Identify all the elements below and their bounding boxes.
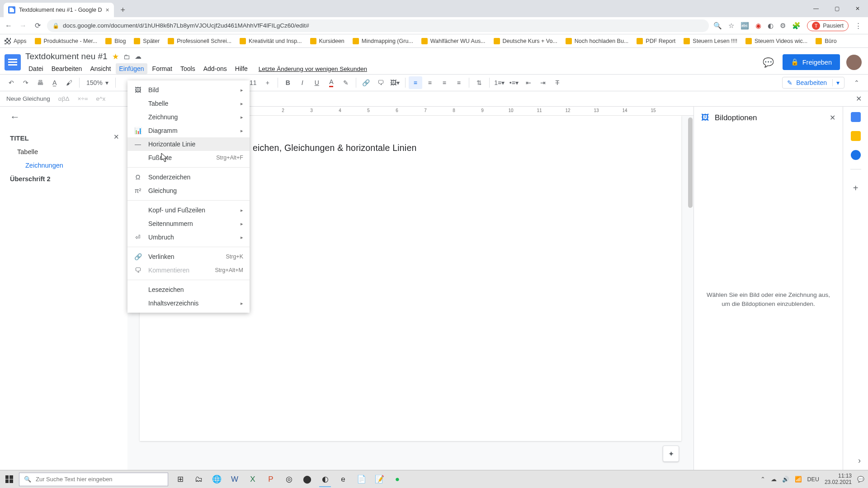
line-spacing-icon[interactable]: ⇅ — [472, 76, 486, 89]
move-icon[interactable]: 🗀 — [123, 53, 130, 61]
italic-icon[interactable]: I — [296, 76, 309, 89]
new-tab-button[interactable]: + — [117, 4, 129, 16]
bookmark-item[interactable]: Wahlfächer WU Aus... — [421, 38, 486, 44]
wifi-icon[interactable]: 📶 — [795, 476, 802, 483]
clear-format-icon[interactable]: T — [551, 76, 564, 89]
bold-icon[interactable]: B — [281, 76, 295, 89]
browser-tab[interactable]: Textdokument neu #1 - Google D × — [4, 3, 114, 17]
last-edit-link[interactable]: Letzte Änderung vor wenigen Sekunden — [255, 64, 370, 74]
hide-rail-icon[interactable]: › — [858, 456, 861, 465]
bookmark-item[interactable]: Später — [134, 38, 160, 44]
star-icon[interactable]: ☆ — [728, 22, 734, 30]
notifications-icon[interactable]: 💬 — [857, 476, 864, 483]
translate-icon[interactable]: 🔤 — [741, 22, 749, 30]
menu-icon[interactable]: ⋮ — [855, 22, 862, 30]
language-indicator[interactable]: DEU — [807, 476, 819, 483]
align-justify-icon[interactable]: ≡ — [452, 76, 466, 89]
document-title[interactable]: Textdokument neu #1 — [25, 52, 108, 61]
zoom-icon[interactable]: 🔍 — [713, 22, 722, 30]
calendar-icon[interactable] — [851, 112, 861, 122]
bookmark-item[interactable]: Blog — [105, 38, 126, 44]
paint-format-icon[interactable]: 🖌 — [62, 76, 76, 89]
exponent-icon[interactable]: e^x — [96, 95, 106, 102]
menu-item-umbruch[interactable]: ⏎Umbruch▸ — [127, 230, 250, 244]
outline-item-tabelle[interactable]: Tabelle — [10, 145, 127, 159]
menu-item-inhaltsverzeichnis[interactable]: Inhaltsverzeichnis▸ — [127, 296, 250, 310]
menu-addons[interactable]: Add-ons — [200, 63, 230, 74]
menu-item-horizontale-linie[interactable]: —Horizontale Linie — [127, 137, 250, 151]
vertical-scrollbar[interactable] — [687, 117, 693, 370]
explorer-icon[interactable]: 🗂 — [191, 472, 206, 487]
zoom-select[interactable]: 150%▾ — [83, 79, 112, 86]
bookmark-item[interactable]: Kreativität und Insp... — [240, 38, 302, 44]
menu-bearbeiten[interactable]: Bearbeiten — [48, 63, 85, 74]
outline-close-icon[interactable]: ✕ — [113, 133, 119, 141]
align-center-icon[interactable]: ≡ — [423, 76, 437, 89]
app-icon[interactable]: ◎ — [281, 472, 297, 487]
tab-close-icon[interactable]: × — [105, 6, 109, 14]
menu-item-verlinken[interactable]: 🔗VerlinkenStrg+K — [127, 250, 250, 263]
volume-icon[interactable]: 🔊 — [782, 476, 789, 483]
menu-tools[interactable]: Tools — [177, 63, 198, 74]
start-button[interactable] — [0, 470, 18, 488]
print-icon[interactable]: 🖶 — [33, 76, 47, 89]
taskbar-search[interactable]: 🔍 Zur Suche Text hier eingeben — [19, 473, 168, 486]
new-equation-button[interactable]: Neue Gleichung — [6, 95, 50, 102]
reload-icon[interactable]: ⟳ — [33, 21, 42, 30]
bookmark-item[interactable]: Noch hochladen Bu... — [566, 38, 629, 44]
spellcheck-icon[interactable]: A̲ — [48, 76, 61, 89]
menu-item-bild[interactable]: 🖼Bild▸ — [127, 83, 250, 97]
chrome-icon[interactable]: ◐ — [317, 472, 333, 487]
apps-button[interactable]: Apps — [5, 38, 27, 44]
edge2-icon[interactable]: e — [335, 472, 351, 487]
outline-item-titel[interactable]: TITEL — [10, 131, 127, 145]
undo-icon[interactable]: ↶ — [5, 76, 18, 89]
link-icon[interactable]: 🔗 — [359, 76, 373, 89]
tray-expand-icon[interactable]: ⌃ — [760, 476, 765, 483]
bookmark-item[interactable]: PDF Report — [637, 38, 675, 44]
numbered-list-icon[interactable]: 1≡▾ — [493, 76, 506, 89]
menu-item-fussnote[interactable]: FußnoteStrg+Alt+F — [127, 151, 250, 164]
keep-icon[interactable] — [851, 131, 861, 141]
docs-logo-icon[interactable] — [5, 54, 21, 70]
star-icon[interactable]: ★ — [112, 52, 119, 61]
outline-item-zeichnungen[interactable]: Zeichnungen — [10, 159, 127, 172]
task-view-icon[interactable]: ⊞ — [173, 472, 188, 487]
menu-ansicht[interactable]: Ansicht — [87, 63, 114, 74]
menu-item-tabelle[interactable]: Tabelle▸ — [127, 97, 250, 110]
bookmark-item[interactable]: Professionell Schrei... — [168, 38, 231, 44]
clock[interactable]: 11:13 23.02.2021 — [825, 473, 852, 486]
add-addon-icon[interactable]: + — [853, 183, 859, 193]
close-panel-icon[interactable]: ✕ — [830, 113, 835, 122]
cloud-status-icon[interactable]: ☁ — [135, 52, 142, 61]
spotify-icon[interactable]: ● — [390, 472, 405, 487]
notepad-icon[interactable]: 📝 — [372, 472, 387, 487]
obs-icon[interactable]: ⬤ — [299, 472, 315, 487]
bulleted-list-icon[interactable]: •≡▾ — [507, 76, 521, 89]
word-icon[interactable]: W — [227, 472, 242, 487]
highlight-icon[interactable]: ✎ — [339, 76, 353, 89]
excel-icon[interactable]: X — [245, 472, 260, 487]
tasks-icon[interactable] — [851, 150, 861, 160]
menu-hilfe[interactable]: Hilfe — [232, 63, 251, 74]
menu-item-kopfzeilen[interactable]: Kopf- und Fußzeilen▸ — [127, 203, 250, 217]
app2-icon[interactable]: 📄 — [354, 472, 369, 487]
nav-forward-icon[interactable]: → — [18, 22, 28, 30]
close-equation-bar-icon[interactable]: ✕ — [856, 94, 862, 103]
menu-datei[interactable]: Datei — [25, 63, 47, 74]
indent-increase-icon[interactable]: ⇥ — [536, 76, 550, 89]
account-avatar[interactable] — [846, 55, 862, 70]
bookmark-item[interactable]: Deutsche Kurs + Vo... — [494, 38, 557, 44]
menu-item-seitennummern[interactable]: Seitennummern▸ — [127, 217, 250, 230]
menu-format[interactable]: Format — [149, 63, 175, 74]
align-left-icon[interactable]: ≡ — [409, 76, 422, 89]
explore-button[interactable]: ✦ — [663, 446, 679, 462]
greek-letters-icon[interactable]: αβΔ — [58, 95, 70, 102]
outline-back-icon[interactable]: ← — [10, 111, 127, 123]
maximize-button[interactable]: ▢ — [826, 0, 847, 17]
bookmark-item[interactable]: Mindmapping (Gru... — [353, 38, 413, 44]
ext1-icon[interactable]: ◐ — [768, 22, 774, 30]
font-size-inc-icon[interactable]: + — [261, 76, 274, 89]
underline-icon[interactable]: U — [310, 76, 324, 89]
image-icon[interactable]: 🖼▾ — [388, 76, 402, 89]
